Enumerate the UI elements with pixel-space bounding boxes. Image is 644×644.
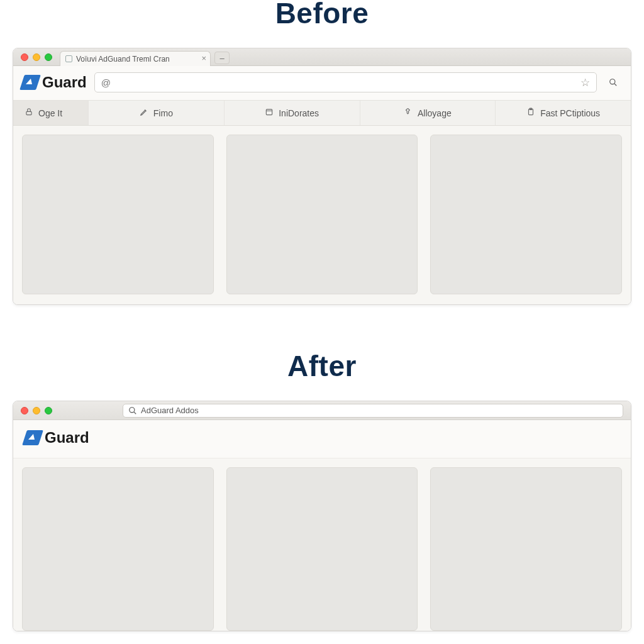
nav-tab-1[interactable]: Fimo <box>89 101 225 125</box>
address-bar[interactable]: @ ☆ <box>94 72 597 92</box>
brand-logo: Guard <box>22 74 87 91</box>
svg-point-0 <box>610 79 615 84</box>
brand-name: Guard <box>45 429 89 447</box>
nav-tab-0[interactable]: Oge It <box>13 101 89 125</box>
shield-icon <box>22 430 43 445</box>
close-window-button[interactable] <box>21 53 28 61</box>
content-grid <box>13 126 631 304</box>
nav-tab-label: Fast PCtiptious <box>540 108 600 118</box>
content-card <box>226 135 418 294</box>
svg-line-1 <box>614 84 616 86</box>
content-card <box>430 135 622 294</box>
nav-tab-label: Alloyage <box>418 108 452 118</box>
clipboard-icon <box>526 108 535 118</box>
window-controls <box>13 48 60 65</box>
nav-tab-3[interactable]: Alloyage <box>360 101 496 125</box>
pin-icon <box>404 108 413 118</box>
titlebar-search[interactable]: AdGuard Addos <box>123 404 623 418</box>
after-heading: After <box>0 349 644 383</box>
svg-rect-3 <box>267 109 272 115</box>
nav-tab-4[interactable]: Fast PCtiptious <box>496 101 631 125</box>
lock-icon <box>25 108 33 118</box>
after-browser-window: AdGuard Addos Guard <box>13 401 631 631</box>
magnifier-icon <box>128 406 137 415</box>
nav-tab-2[interactable]: IniDorates <box>225 101 360 125</box>
zoom-window-button[interactable] <box>45 407 52 414</box>
content-card <box>22 467 214 631</box>
tab-strip: Voïuvi AdGuand Treml Cran × – <box>13 48 631 66</box>
brand-name: Guard <box>42 74 87 91</box>
before-browser-window: Voïuvi AdGuand Treml Cran × – Guard @ ☆ … <box>13 48 631 305</box>
window-titlebar: AdGuard Addos <box>13 401 631 420</box>
bookmark-star-icon[interactable]: ☆ <box>580 76 590 89</box>
calendar-icon <box>265 108 274 118</box>
url-leading-icon: @ <box>101 77 111 88</box>
tab-title: Voïuvi AdGuand Treml Cran <box>76 55 170 64</box>
nav-tab-label: IniDorates <box>279 108 319 118</box>
browser-toolbar: Guard <box>13 420 631 458</box>
zoom-window-button[interactable] <box>45 53 52 61</box>
content-card <box>226 467 418 631</box>
content-grid <box>13 458 631 631</box>
content-card <box>430 467 622 631</box>
browser-toolbar: Guard @ ☆ <box>13 66 631 101</box>
search-button[interactable] <box>604 74 622 91</box>
brand-logo: Guard <box>25 429 89 447</box>
page-nav-tabs: Oge It Fimo IniDorates Alloyage Fast PCt… <box>13 101 631 126</box>
minimize-window-button[interactable] <box>33 53 40 61</box>
svg-line-8 <box>134 412 136 414</box>
tab-favicon-icon <box>65 55 72 62</box>
new-tab-button[interactable]: – <box>214 52 230 64</box>
titlebar-search-text: AdGuard Addos <box>141 406 199 415</box>
content-card <box>22 135 214 294</box>
shield-icon <box>19 75 41 90</box>
svg-point-7 <box>130 407 135 412</box>
magnifier-icon <box>609 78 618 87</box>
tab-close-icon[interactable]: × <box>201 54 206 62</box>
nav-tab-label: Oge It <box>38 108 62 118</box>
window-controls <box>13 401 60 419</box>
before-heading: Before <box>0 0 644 30</box>
svg-rect-2 <box>26 111 31 114</box>
close-window-button[interactable] <box>21 407 28 414</box>
nav-tab-label: Fimo <box>153 108 173 118</box>
minimize-window-button[interactable] <box>33 407 40 414</box>
browser-tab[interactable]: Voïuvi AdGuand Treml Cran × <box>60 51 211 66</box>
pen-icon <box>140 108 148 118</box>
